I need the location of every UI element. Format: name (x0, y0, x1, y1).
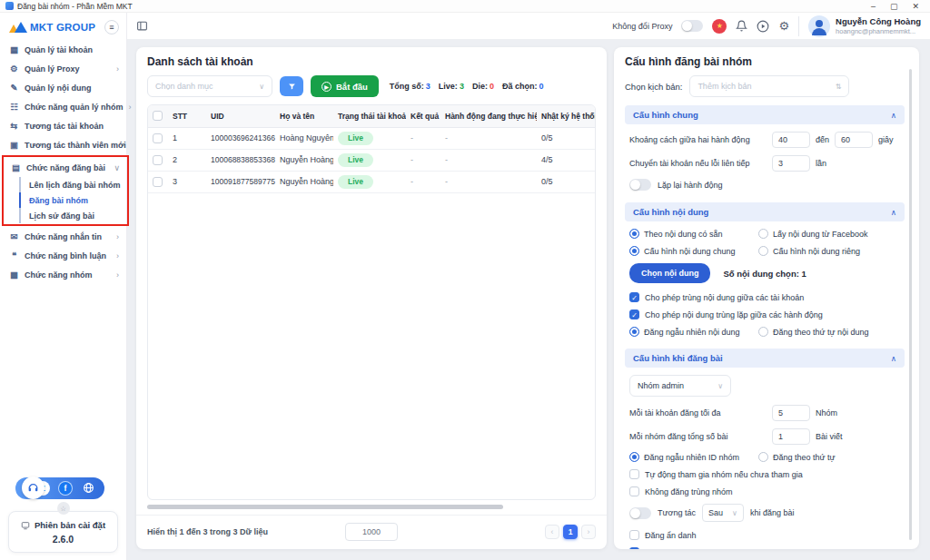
choose-content-button[interactable]: Chọn nội dung (629, 263, 710, 283)
sidebar-collapse-button[interactable]: ≡ (104, 20, 119, 34)
radio-post-random[interactable]: Đăng ngẫu nhiên nội dung (629, 327, 758, 337)
scenario-label: Chọn kịch bản: (625, 82, 682, 92)
interact-toggle[interactable] (629, 507, 651, 519)
section-posting-header[interactable]: Cấu hình khi đăng bài ∧ (625, 349, 905, 368)
notifications-button[interactable] (736, 20, 747, 32)
row-checkbox[interactable] (153, 177, 163, 187)
minimize-button[interactable]: – (871, 0, 876, 13)
sidebar-item-group-manage[interactable]: ☷ Chức năng quản lý nhóm › (0, 97, 126, 116)
facebook-icon[interactable]: f (58, 481, 73, 496)
stat-selected: Đã chọn:0 (502, 82, 544, 91)
page-size-input[interactable] (345, 523, 398, 541)
settings-button[interactable]: ⚙ (778, 20, 789, 32)
chevron-down-icon: ∨ (732, 509, 737, 517)
language-flag-badge[interactable]: ★ (712, 19, 727, 34)
sidebar-item-commenting[interactable]: ❝ Chức năng bình luận › (0, 246, 126, 265)
check-no-duplicate-group[interactable]: Không đăng trùng nhóm (629, 486, 902, 496)
repeat-action-toggle[interactable] (629, 179, 651, 191)
proxy-toggle[interactable] (681, 20, 703, 32)
sidebar-item-proxy-manage[interactable]: ⚙ Quản lý Proxy › (0, 59, 126, 78)
page-1-button[interactable]: 1 (563, 525, 578, 539)
row-checkbox[interactable] (153, 133, 163, 143)
avatar (808, 15, 830, 37)
section-general: Cấu hình chung ∧ Khoảng cách giữa hai hà… (625, 105, 905, 194)
col-stt[interactable]: STT (168, 105, 206, 127)
gap-from-input[interactable] (772, 132, 810, 148)
filter-button[interactable] (280, 76, 303, 96)
sidebar-item-account-interact[interactable]: ⇆ Tương tác tài khoản (0, 116, 126, 135)
table-row[interactable]: 2 100068838853368 Nguyễn Hoàng Live - - … (148, 149, 595, 171)
col-uid[interactable]: UID (206, 105, 275, 127)
row-checkbox[interactable] (153, 155, 163, 165)
col-log[interactable]: Nhật ký hệ thống (537, 105, 595, 127)
filter-icon (288, 83, 296, 91)
check-comment-after-post[interactable]: ✓Bình luận vào bài viết sau khi đăng thà… (629, 547, 902, 549)
col-action[interactable]: Hành động đang thực hiện (440, 105, 537, 127)
col-status[interactable]: Trạng thái tài khoản (333, 105, 406, 127)
sidebar: MKT GROUP ≡ ▦ Quản lý tài khoản ⚙ Quản l… (0, 13, 127, 560)
col-name[interactable]: Họ và tên (275, 105, 333, 127)
next-page-button[interactable]: › (581, 525, 596, 539)
gap-to-input[interactable] (835, 132, 873, 148)
sidebar-item-group-function[interactable]: ▩ Chức năng nhóm › (0, 265, 126, 284)
sidebar-subitem-post-group[interactable]: Đăng bài nhóm (19, 192, 127, 208)
vertical-scrollbar[interactable] (909, 69, 912, 540)
start-label: Bắt đầu (336, 82, 368, 92)
section-general-header[interactable]: Cấu hình chung ∧ (625, 105, 905, 124)
sidebar-item-label: Tương tác tài khoản (25, 122, 104, 131)
radio-random-group-id[interactable]: Đăng ngẫu nhiên ID nhóm (629, 452, 758, 462)
radio-content-common[interactable]: Cấu hình nội dung chung (629, 246, 758, 256)
check-auto-join[interactable]: Tự động tham gia nhóm nếu chưa tham gia (629, 469, 902, 479)
check-anonymous[interactable]: Đăng ẩn danh (629, 530, 902, 540)
start-button[interactable]: ▶ Bắt đầu (311, 75, 379, 97)
repeat-action-label: Lặp lại hành động (658, 181, 723, 190)
category-select[interactable]: Chọn danh mục ∨ (147, 75, 272, 97)
globe-icon[interactable] (81, 481, 95, 496)
group-type-select[interactable]: Nhóm admin ∨ (629, 375, 731, 397)
interact-timing-select[interactable]: Sau ∨ (702, 504, 744, 522)
close-button[interactable]: ✕ (912, 0, 919, 13)
posts-per-group-input[interactable] (772, 428, 810, 445)
sidebar-item-account-manage[interactable]: ▦ Quản lý tài khoản (0, 40, 126, 59)
gap-label: Khoảng cách giữa hai hành động (629, 135, 772, 144)
radio-content-private[interactable]: Cấu hình nội dung riêng (758, 246, 860, 256)
select-all-checkbox[interactable] (153, 111, 163, 121)
chevron-right-icon: › (116, 64, 119, 74)
radio-post-order[interactable]: Đăng theo thứ tự nội dung (758, 327, 869, 337)
radio-content-available[interactable]: Theo nội dung có sẵn (629, 229, 758, 239)
group-icon: ▩ (9, 270, 19, 280)
accounts-title: Danh sách tài khoản (147, 55, 596, 68)
user-email: hoangnc@phanmemmkt... (836, 27, 921, 35)
sidebar-item-new-member-interact[interactable]: ▣ Tương tác thành viên mới (0, 135, 126, 154)
check-dup-accounts[interactable]: ✓Cho phép trùng nội dung giữa các tài kh… (629, 292, 902, 302)
max-groups-input[interactable] (772, 405, 810, 421)
sidebar-item-posting-function[interactable]: ▤ Chức năng đăng bài ∨ (4, 158, 127, 177)
topbar: Không đổi Proxy ★ ⚙ Nguyễn Công Hoàng ho… (127, 13, 930, 40)
table-row[interactable]: 3 100091877589775 Nguyễn Hoàng Live - - … (148, 171, 595, 192)
switch-account-input[interactable] (772, 155, 810, 172)
annotation-red-box: ▤ Chức năng đăng bài ∨ Lên lịch đăng bài… (2, 155, 129, 226)
section-content-header[interactable]: Cấu hình nội dung ∧ (625, 202, 905, 221)
gear-icon: ⚙ (778, 20, 789, 32)
table-row[interactable]: 1 100003696241366 Hoàng Nguyên Live - - … (148, 127, 595, 149)
divider (798, 16, 799, 36)
prev-page-button[interactable]: ‹ (545, 525, 559, 539)
maximize-button[interactable]: ▢ (890, 0, 898, 13)
radio-content-facebook[interactable]: Lấy nội dung từ Facebook (758, 229, 868, 239)
layout-toggle-button[interactable] (136, 20, 148, 32)
check-dup-actions[interactable]: ✓Cho phép nội dung trùng lặp giữa các hà… (629, 309, 902, 319)
support-button[interactable] (22, 476, 45, 499)
collapse-version-button[interactable]: ☆ (57, 502, 70, 515)
sidebar-subitem-schedule-post[interactable]: Lên lịch đăng bài nhóm (19, 177, 127, 192)
radio-group-order[interactable]: Đăng theo thứ tự (758, 452, 836, 462)
sidebar-item-messaging[interactable]: ✉ Chức năng nhắn tin › (0, 227, 126, 246)
col-result[interactable]: Kết quả (406, 105, 440, 127)
horizontal-scrollbar[interactable] (147, 505, 503, 509)
scenario-select[interactable]: Thêm kịch bản ⇅ (689, 75, 849, 97)
chevron-right-icon: › (116, 251, 119, 260)
sidebar-item-content-manage[interactable]: ✎ Quản lý nội dung (0, 78, 126, 97)
category-placeholder: Chọn danh mục (155, 82, 213, 91)
tutorial-button[interactable] (757, 20, 769, 33)
user-menu[interactable]: Nguyễn Công Hoàng hoangnc@phanmemmkt... (808, 15, 921, 37)
sidebar-subitem-post-history[interactable]: Lịch sử đăng bài (19, 208, 127, 223)
